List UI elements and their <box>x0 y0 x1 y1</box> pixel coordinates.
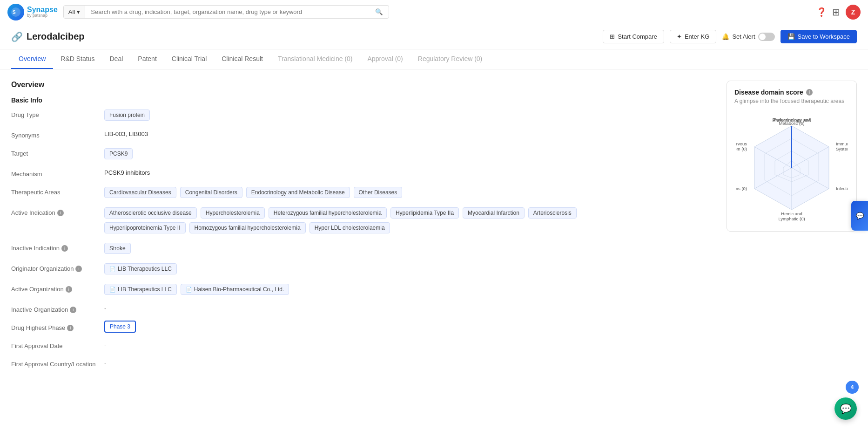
active-indication-value: Atherosclerotic occlusive disease Hyperc… <box>104 207 715 233</box>
first-approval-date-dash: - <box>104 341 106 348</box>
drug-name: Lerodalcibep <box>27 31 84 42</box>
active-org-name-0: LIB Therapeutics LLC <box>118 286 172 293</box>
chat-icon: 💬 <box>856 212 864 219</box>
active-indication-label: Active Indication i <box>11 207 104 216</box>
synapse-chat-button[interactable]: 💬 <box>851 201 868 231</box>
originator-org-label: Originator Organization i <box>11 263 104 272</box>
ai-tag-2: Heterozygous familial hypercholesterolem… <box>269 207 387 219</box>
save-icon: 💾 <box>787 33 795 40</box>
active-indication-row: Active Indication i Atherosclerotic occl… <box>11 207 715 233</box>
search-container: All ▾ 🔍 <box>63 5 389 19</box>
ai-tag-4: Myocardial Infarction <box>463 207 525 219</box>
mechanism-label: Mechanism <box>11 169 104 178</box>
target-value: PCSK9 <box>104 148 715 159</box>
active-indication-tags: Atherosclerotic occlusive disease Hyperc… <box>104 207 715 219</box>
inactive-org-info-icon[interactable]: i <box>70 307 76 313</box>
search-button[interactable]: 🔍 <box>370 6 389 18</box>
active-org-tag-0: 📄 LIB Therapeutics LLC <box>104 284 177 295</box>
synonyms-text: LIB-003, LIB003 <box>104 130 148 137</box>
ai-tag-5: Arteriosclerosis <box>528 207 577 219</box>
alert-toggle[interactable] <box>758 33 775 41</box>
org-icon-0: 📄 <box>109 287 116 293</box>
drug-type-row: Drug Type Fusion protein <box>11 109 715 121</box>
originator-org-row: Originator Organization i 📄 LIB Therapeu… <box>11 263 715 274</box>
originator-org-name: LIB Therapeutics LLC <box>118 266 172 272</box>
header: S Synapse by patsnap All ▾ 🔍 ❓ ⊞ Z <box>0 0 868 24</box>
active-org-info-icon[interactable]: i <box>66 286 72 293</box>
inactive-ind-tag-0: Stroke <box>104 243 131 254</box>
disease-panel-title: Disease domain score i <box>734 89 849 96</box>
tab-overview[interactable]: Overview <box>11 49 53 69</box>
svg-text:Immune: Immune <box>836 141 848 146</box>
disease-panel-info-icon[interactable]: i <box>806 89 813 96</box>
search-filter-label: All <box>68 8 75 15</box>
inactive-indication-info-icon[interactable]: i <box>61 245 68 252</box>
svg-text:Hemic and: Hemic and <box>781 211 802 216</box>
active-org-row: Active Organization i 📄 LIB Therapeutics… <box>11 284 715 295</box>
ai-tag-0: Atherosclerotic occlusive disease <box>104 207 197 219</box>
synonyms-label: Synonyms <box>11 130 104 139</box>
avatar-letter: Z <box>851 8 855 16</box>
save-to-workspace-button[interactable]: 💾 Save to Workspace <box>781 30 857 43</box>
highest-phase-info-icon[interactable]: i <box>67 325 74 331</box>
start-compare-button[interactable]: ⊞ Start Compare <box>603 30 664 43</box>
set-alert-toggle-container: 🔔 Set Alert <box>722 33 774 41</box>
org-icon: 📄 <box>109 266 116 272</box>
inactive-org-row: Inactive Organization i - <box>11 304 715 313</box>
chevron-down-icon: ▾ <box>77 8 80 15</box>
first-approval-date-value: - <box>104 341 715 348</box>
disease-panel-title-text: Disease domain score <box>734 89 803 96</box>
apps-button[interactable]: ⊞ <box>832 7 840 18</box>
search-input[interactable] <box>85 6 370 18</box>
drug-title: 🔗 Lerodalcibep <box>11 31 84 42</box>
tab-deal[interactable]: Deal <box>102 49 131 69</box>
inactive-org-label: Inactive Organization i <box>11 304 104 313</box>
radar-chart-container: Endocrinology and Immune System (0) Infe… <box>734 112 849 224</box>
active-indication-info-icon[interactable]: i <box>57 210 64 216</box>
originator-org-value: 📄 LIB Therapeutics LLC <box>104 263 715 274</box>
active-org-tag-1: 📄 Haisen Bio-Pharmaceutical Co., Ltd. <box>181 284 289 295</box>
help-icon: ❓ <box>816 7 827 17</box>
originator-org-tag-0: 📄 LIB Therapeutics LLC <box>104 263 177 274</box>
svg-text:Infectious (0): Infectious (0) <box>836 186 848 191</box>
compare-icon: ⊞ <box>610 33 615 40</box>
tab-clinical-trial[interactable]: Clinical Trial <box>164 49 214 69</box>
tab-clinical-result[interactable]: Clinical Result <box>214 49 270 69</box>
inactive-indication-value: Stroke <box>104 243 715 254</box>
target-tag: PCSK9 <box>104 148 133 159</box>
search-filter-select[interactable]: All ▾ <box>64 6 85 18</box>
help-button[interactable]: ❓ <box>816 7 827 17</box>
originator-org-info-icon[interactable]: i <box>75 266 82 272</box>
ai-tag-7: Homozygous familial hypercholesterolemia <box>189 222 306 233</box>
grid-icon: ⊞ <box>832 7 840 17</box>
radar-chart: Endocrinology and Immune System (0) Infe… <box>736 112 848 224</box>
tabs-container: Overview R&D Status Deal Patent Clinical… <box>0 49 868 69</box>
target-row: Target PCSK9 <box>11 148 715 159</box>
tab-translational-medicine: Translational Medicine (0) <box>270 49 360 69</box>
logo-subtitle: by patsnap <box>27 14 58 18</box>
target-label: Target <box>11 148 104 157</box>
tab-patent[interactable]: Patent <box>130 49 164 69</box>
enter-kg-button[interactable]: ✦ Enter KG <box>670 30 716 43</box>
svg-text:System (0): System (0) <box>736 146 747 151</box>
drug-highest-phase-label: Drug Highest Phase i <box>11 322 104 331</box>
notification-count: 4 <box>851 384 854 388</box>
inactive-org-dash: - <box>104 305 106 312</box>
section-title: Overview <box>11 81 715 89</box>
svg-text:Metabolic (6): Metabolic (6) <box>779 121 805 126</box>
start-compare-label: Start Compare <box>618 33 657 40</box>
logo: S Synapse by patsnap <box>7 4 58 21</box>
first-approval-country-label: First Approval Country/Location <box>11 359 104 368</box>
logo-icon: S <box>7 4 24 21</box>
active-org-label: Active Organization i <box>11 284 104 293</box>
drug-highest-phase-value: Phase 3 <box>104 322 715 330</box>
ai-tag-3: Hyperlipidemia Type IIa <box>390 207 459 219</box>
inactive-org-value: - <box>104 304 715 312</box>
avatar[interactable]: Z <box>846 5 861 20</box>
ai-tag-6: Hyperlipoproteinemia Type II <box>104 222 186 233</box>
logo-title: Synapse <box>27 6 58 14</box>
ta-tag-2: Endocrinology and Metabolic Disease <box>246 187 350 198</box>
logo-text: Synapse by patsnap <box>27 6 58 18</box>
tab-rd-status[interactable]: R&D Status <box>53 49 102 69</box>
therapeutic-areas-label: Therapeutic Areas <box>11 187 104 196</box>
